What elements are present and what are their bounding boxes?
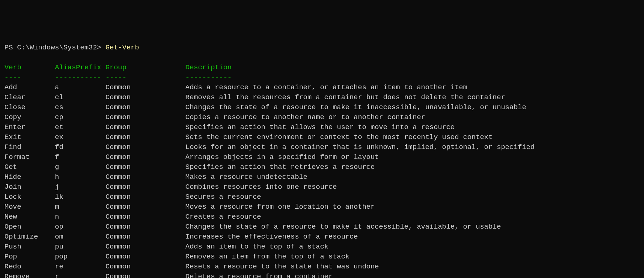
terminal-output: PS C:\Windows\System32> Get-Verb Verb Al… (4, 43, 640, 278)
table-header: Verb AliasPrefix Group Description (4, 63, 232, 72)
table-rows: Add a Common Adds a resource to a contai… (4, 83, 535, 278)
prompt-command[interactable]: Get-Verb (106, 44, 139, 52)
table-separator: ---- ----------- ----- ----------- (4, 73, 232, 81)
prompt-prefix: PS C:\Windows\System32> (4, 44, 106, 52)
